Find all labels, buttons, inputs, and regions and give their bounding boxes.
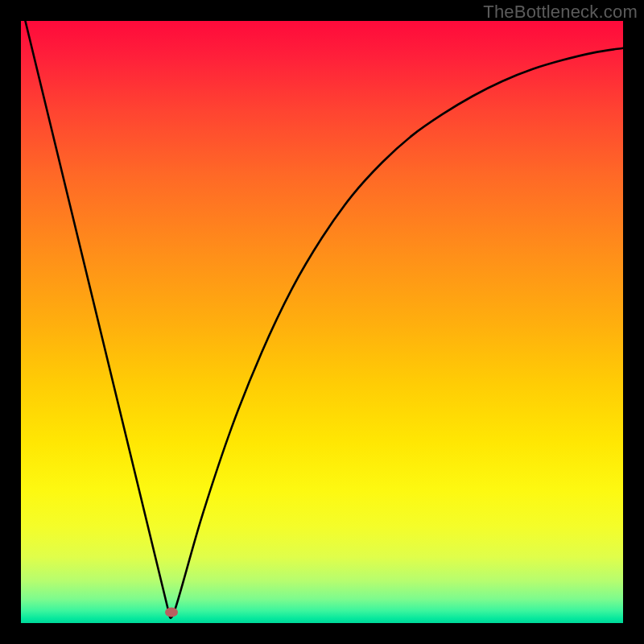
watermark-text: TheBottleneck.com (483, 2, 638, 23)
chart-frame: TheBottleneck.com (0, 0, 644, 644)
minimum-marker (165, 608, 178, 617)
bottleneck-curve (21, 21, 623, 618)
curve-layer (21, 21, 623, 623)
plot-area (21, 21, 623, 623)
